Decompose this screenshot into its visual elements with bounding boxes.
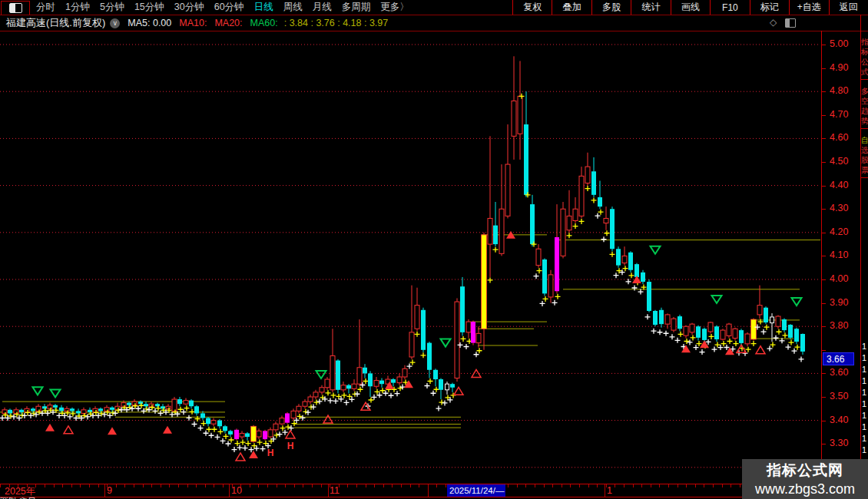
candle-white	[770, 317, 774, 323]
sell-triangle-hollow	[51, 389, 61, 397]
candle-up	[567, 216, 571, 230]
candle-up	[166, 406, 171, 408]
sidebar-digit: 1	[862, 365, 866, 374]
candle-up	[476, 333, 481, 342]
price-label: 4.30	[830, 203, 860, 213]
candle-down	[530, 204, 535, 244]
cross-marker	[537, 268, 542, 273]
toolbar-button-7[interactable]: +自选	[789, 0, 828, 15]
candle-down	[702, 329, 707, 340]
cross-marker	[477, 348, 482, 353]
candle-white	[446, 384, 449, 390]
candlestick-chart[interactable]: HH	[0, 31, 822, 484]
price-tick	[821, 115, 826, 116]
ma20-label: MA20:	[214, 18, 242, 28]
toolbar-button-2[interactable]: 多股	[591, 0, 631, 15]
price-label: 4.40	[830, 180, 860, 190]
year-label: 2025年	[5, 485, 35, 498]
cross-marker	[198, 425, 204, 431]
candle-up	[291, 411, 296, 418]
candle-down	[363, 368, 367, 374]
candle-down	[138, 402, 143, 404]
candle-up	[499, 209, 504, 253]
signal-bar-magenta	[555, 237, 559, 291]
nav-period-4[interactable]: 30分钟	[174, 1, 204, 14]
candle-down	[628, 253, 633, 270]
cross-marker	[555, 294, 561, 299]
cross-marker	[799, 356, 804, 362]
nav-period-0[interactable]: 分时	[36, 1, 55, 14]
cross-marker	[156, 405, 161, 411]
candle-down	[739, 330, 744, 343]
signal-bar-yellow	[751, 319, 757, 339]
nav-period-7[interactable]: 周线	[283, 1, 303, 14]
candle-up	[149, 404, 154, 406]
price-tick	[821, 138, 826, 139]
cross-marker	[601, 236, 607, 242]
month-divider	[605, 484, 605, 497]
toolbar-button-0[interactable]: 复权	[512, 0, 552, 15]
watermark-title: 指标公式网	[767, 461, 843, 481]
nav-period-2[interactable]: 5分钟	[100, 1, 124, 14]
diamond-icon[interactable]: ◇	[770, 17, 777, 28]
chevron-down-icon[interactable]: ∨	[110, 18, 120, 28]
cross-marker	[461, 336, 466, 342]
toolbar-button-5[interactable]: F10	[710, 0, 749, 15]
sell-triangle-hollow	[316, 371, 326, 378]
candle-up	[2, 410, 7, 414]
candle-down	[42, 406, 47, 408]
nav-period-5[interactable]: 60分钟	[214, 1, 244, 14]
cross-marker	[232, 447, 237, 452]
candle-up	[505, 164, 510, 216]
toolbar-button-8[interactable]: 返回	[829, 0, 868, 15]
nav-period-1[interactable]: 1分钟	[65, 1, 90, 14]
cross-marker	[407, 364, 412, 369]
candle-up	[374, 381, 379, 387]
sidebar-char: 股	[861, 155, 868, 166]
toolbar-button-3[interactable]: 统计	[631, 0, 670, 15]
buy-triangle-hollow	[323, 415, 333, 423]
candle-up	[184, 401, 188, 405]
sidebar-char: 自	[861, 135, 868, 146]
candle-down	[598, 197, 602, 207]
toolbar-button-1[interactable]: 叠加	[552, 0, 591, 15]
nav-period-6[interactable]: 日线	[254, 1, 273, 14]
price-tick	[821, 91, 826, 92]
cross-marker	[712, 347, 717, 352]
cross-marker	[395, 391, 400, 396]
nav-period-9[interactable]: 多周期	[342, 1, 371, 14]
toolbar-button-6[interactable]: 标记	[750, 0, 789, 15]
candle-up	[313, 392, 318, 397]
candle-down	[450, 384, 455, 388]
month-divider	[229, 484, 230, 497]
cross-marker	[439, 400, 445, 405]
nav-period-8[interactable]: 月线	[313, 1, 332, 14]
right-sidebar-clipped[interactable]: 指标公式多空趋势自选股票1111111111	[861, 15, 868, 499]
nav-period-10[interactable]: 更多〉	[380, 1, 409, 14]
panel-layout-icon[interactable]	[785, 18, 796, 28]
cross-marker	[201, 421, 207, 426]
candle-down	[127, 403, 131, 405]
candle-down	[53, 405, 58, 408]
nav-period-3[interactable]: 15分钟	[134, 1, 164, 14]
cross-marker	[764, 325, 770, 330]
sidebar-char: 票	[861, 165, 868, 176]
candle-down	[189, 401, 194, 407]
cross-marker	[257, 440, 263, 445]
candle-up	[585, 167, 590, 183]
cross-marker	[326, 390, 331, 395]
cross-marker	[372, 395, 377, 400]
candle-down	[391, 379, 396, 383]
cross-marker	[274, 432, 280, 438]
candle-down	[161, 406, 165, 408]
signal-bar-magenta	[471, 322, 475, 343]
cross-marker	[342, 392, 347, 398]
toolbar-button-4[interactable]: 画线	[671, 0, 710, 15]
cross-marker	[224, 434, 229, 439]
signal-bar-yellow	[482, 235, 487, 329]
cross-marker	[585, 186, 591, 191]
price-label: 3.90	[830, 297, 860, 308]
window-layout-icon[interactable]	[1, 1, 30, 15]
cross-marker	[543, 296, 548, 302]
cross-marker	[761, 329, 767, 335]
